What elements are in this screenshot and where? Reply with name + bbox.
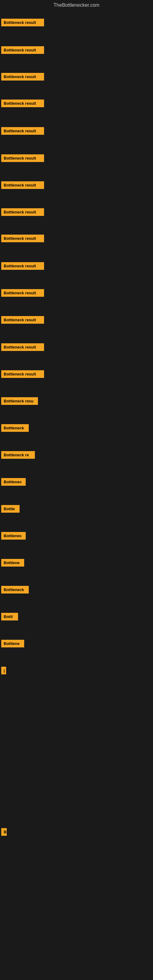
bottleneck-bar: Bottlene bbox=[1, 640, 24, 648]
bottleneck-bar: Bottleneck result bbox=[1, 262, 44, 270]
bottleneck-bar: Bottleneck result bbox=[1, 127, 44, 135]
bottleneck-bar: Bottleneck result bbox=[1, 181, 44, 189]
bottleneck-bar: Bottleneck result bbox=[1, 46, 44, 54]
bottleneck-bar: Bottleneck result bbox=[1, 316, 44, 324]
bottleneck-bar: Bottleneck re bbox=[1, 451, 35, 459]
bottleneck-bar: Bottleneck result bbox=[1, 100, 44, 107]
bottleneck-bar: Bottle bbox=[1, 505, 19, 513]
site-title: TheBottlenecker.com bbox=[0, 0, 153, 10]
bottleneck-bar: Bottlenec bbox=[1, 532, 26, 539]
bottleneck-bar: Bottlenec bbox=[1, 478, 26, 486]
bottleneck-bar: Bottleneck resu bbox=[1, 397, 38, 405]
bottleneck-bar: Bottleneck bbox=[1, 586, 29, 593]
bottleneck-bar: Bottleneck result bbox=[1, 235, 44, 242]
bottleneck-bar: B bbox=[1, 828, 7, 836]
bottleneck-bar: Bottleneck result bbox=[1, 289, 44, 297]
bottleneck-bar: Bottlene bbox=[1, 559, 24, 566]
bottleneck-bar: Bottleneck result bbox=[1, 343, 44, 351]
bottleneck-bar: Bottl bbox=[1, 613, 18, 620]
bottleneck-bar: Bottleneck result bbox=[1, 154, 44, 162]
bottleneck-bar: Bottleneck result bbox=[1, 19, 44, 26]
bottleneck-bar: Bottleneck result bbox=[1, 370, 44, 378]
bottleneck-bar: | bbox=[1, 667, 6, 675]
bottleneck-bar: Bottleneck result bbox=[1, 208, 44, 216]
bottleneck-bar: Bottleneck result bbox=[1, 73, 44, 81]
bottleneck-bar: Bottleneck bbox=[1, 424, 29, 432]
